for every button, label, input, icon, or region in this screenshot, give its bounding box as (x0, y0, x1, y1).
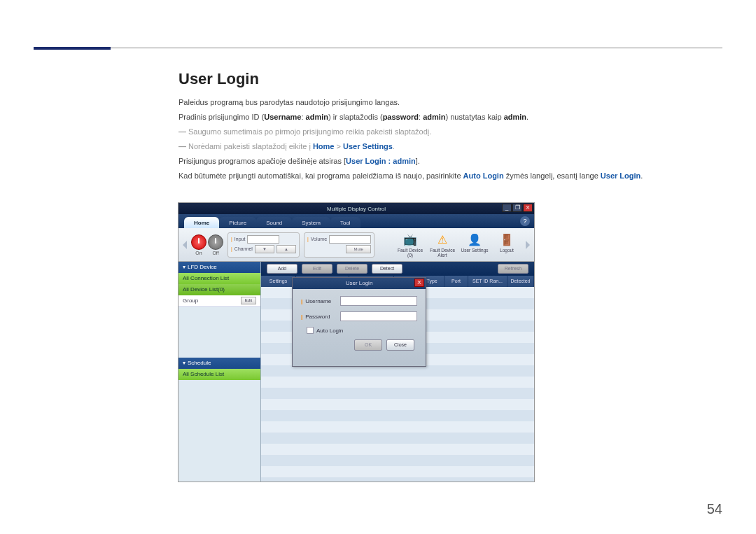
password-input[interactable] (340, 311, 417, 321)
mute-button[interactable]: Mute (346, 245, 371, 253)
sidebar-item-group[interactable]: Group Edit (178, 295, 260, 307)
main-panel: Add Edit Delete Detect Refresh Settings … (261, 262, 534, 482)
power-off-button[interactable] (208, 234, 223, 250)
sidebar-item-all-connection[interactable]: All Connection List (178, 273, 260, 284)
tab-tool[interactable]: Tool (330, 217, 360, 228)
input-group: |Input |Channel▼▲ (227, 232, 300, 258)
login-close-button[interactable]: X (414, 279, 424, 287)
col-setid[interactable]: SET ID Ran... (468, 276, 507, 287)
sidebar: ▾LFD Device All Connection List All Devi… (178, 262, 261, 482)
power-on-button[interactable] (191, 234, 206, 250)
app-screenshot: Multiple Display Control _ ❐ X Home Pict… (178, 203, 534, 482)
main-button-row: Add Edit Delete Detect Refresh (261, 262, 534, 276)
window-close-button[interactable]: X (523, 204, 533, 212)
content-block: User Login Paleidus programą bus parodyt… (178, 70, 722, 185)
volume-label: Volume (311, 237, 327, 241)
monitor-icon: 📺 (402, 232, 418, 247)
door-icon: 🚪 (499, 232, 514, 247)
channel-down-button[interactable]: ▼ (255, 245, 274, 253)
col-settings[interactable]: Settings (261, 276, 296, 287)
note-2: ―Norėdami pakeisti slaptažodį eikite į H… (178, 141, 722, 153)
header-rule (34, 48, 722, 48)
edit-button[interactable]: Edit (302, 264, 332, 274)
tab-system[interactable]: System (292, 217, 330, 228)
username-input[interactable] (340, 296, 417, 306)
paragraph-2: Pradinis prisijungimo ID (Username: admi… (178, 111, 722, 123)
toolbar: On Off |Input |Channel▼▲ |Volume Mute 📺 … (178, 228, 534, 262)
detect-button[interactable]: Detect (372, 264, 402, 274)
group-edit-button[interactable]: Edit (241, 297, 256, 304)
window-titlebar: Multiple Display Control _ ❐ X (178, 203, 534, 214)
nav-next-icon[interactable] (526, 232, 530, 258)
logout-button[interactable]: 🚪 Logout (492, 232, 522, 258)
volume-group: |Volume Mute (304, 232, 374, 258)
login-close-btn[interactable]: Close (386, 339, 414, 351)
tab-picture[interactable]: Picture (219, 217, 256, 228)
refresh-button[interactable]: Refresh (498, 264, 528, 274)
paragraph-4: Kad būtumėte prijungti automatiškai, kai… (178, 170, 722, 182)
page-heading: User Login (178, 70, 722, 88)
window-title: Multiple Display Control (327, 206, 386, 212)
auto-login-checkbox[interactable] (307, 327, 314, 334)
add-button[interactable]: Add (267, 264, 298, 274)
power-off-label: Off (212, 251, 218, 255)
window-minimize-button[interactable]: _ (502, 204, 512, 212)
fault-alert-button[interactable]: ⚠ Fault Device Alert (428, 232, 457, 258)
input-field[interactable] (247, 235, 279, 244)
nav-prev-icon[interactable] (183, 232, 187, 258)
col-port[interactable]: Port (444, 276, 468, 287)
sidebar-item-all-device[interactable]: All Device List(0) (178, 284, 260, 295)
note-1: ―Saugumo sumetimais po pirmojo prisijung… (178, 126, 722, 138)
header-accent (34, 47, 111, 50)
input-label: Input (234, 237, 246, 241)
fault-device-button[interactable]: 📺 Fault Device (0) (396, 232, 425, 258)
main-tabs: Home Picture Sound System Tool ? (178, 214, 534, 228)
tab-sound[interactable]: Sound (256, 217, 292, 228)
login-ok-button[interactable]: OK (354, 339, 382, 351)
auto-login-label: Auto Login (316, 328, 343, 334)
user-settings-button[interactable]: 👤 User Settings (460, 232, 489, 258)
power-on-label: On (195, 251, 202, 255)
page-number: 54 (707, 501, 722, 517)
sidebar-header-lfd[interactable]: ▾LFD Device (178, 262, 260, 273)
user-icon: 👤 (467, 232, 482, 247)
sidebar-item-all-schedule[interactable]: All Schedule List (178, 369, 260, 380)
help-button[interactable]: ? (520, 216, 530, 226)
user-login-dialog: User Login X | Username | Password (292, 277, 426, 367)
col-detected[interactable]: Detected (507, 276, 534, 287)
paragraph-3: Prisijungus programos apačioje dešinėje … (178, 155, 722, 167)
delete-button[interactable]: Delete (337, 264, 368, 274)
username-label: Username (305, 298, 337, 304)
sidebar-header-schedule[interactable]: ▾Schedule (178, 358, 260, 369)
login-titlebar: User Login X (293, 278, 426, 289)
password-label: Password (305, 314, 337, 320)
volume-slider[interactable] (329, 235, 371, 244)
channel-up-button[interactable]: ▲ (276, 245, 296, 253)
channel-label: Channel (234, 246, 253, 251)
tab-home[interactable]: Home (184, 217, 219, 228)
paragraph-1: Paleidus programą bus parodytas naudotoj… (178, 97, 722, 108)
power-group: On Off (191, 234, 223, 255)
window-maximize-button[interactable]: ❐ (512, 204, 522, 212)
warning-icon: ⚠ (435, 232, 450, 247)
